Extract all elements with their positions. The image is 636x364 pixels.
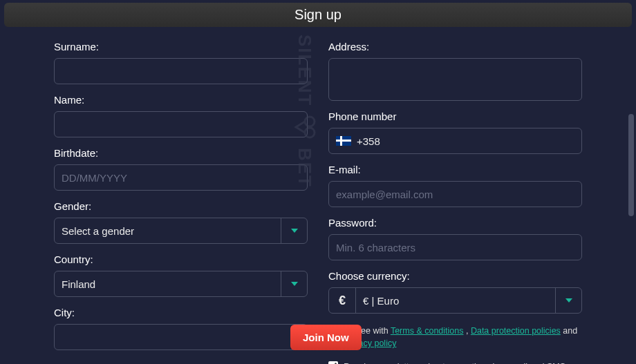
name-input[interactable] bbox=[54, 111, 308, 137]
page-title-text: Sign up bbox=[294, 7, 342, 22]
surname-label: Surname: bbox=[54, 41, 308, 52]
gender-dropdown-button[interactable] bbox=[281, 218, 307, 243]
currency-value: € | Euro bbox=[355, 288, 555, 313]
address-input[interactable] bbox=[328, 58, 582, 101]
newsletter-checkbox[interactable] bbox=[328, 361, 338, 364]
agree-terms-text: I agree with Terms & conditions , Data p… bbox=[344, 325, 582, 349]
newsletter-row[interactable]: Receive newsletters about promotions by … bbox=[328, 361, 582, 364]
country-value: Finland bbox=[55, 271, 281, 296]
flag-finland-icon bbox=[336, 136, 351, 146]
phone-input[interactable]: +358 bbox=[328, 128, 582, 154]
newsletter-text: Receive newsletters about promotions by … bbox=[344, 361, 565, 364]
agree-terms-row[interactable]: I agree with Terms & conditions , Data p… bbox=[328, 325, 582, 349]
scrollbar-track[interactable] bbox=[628, 11, 635, 353]
country-dropdown-button[interactable] bbox=[281, 271, 307, 296]
right-column: Address: Phone number +358 E-mail: Passw… bbox=[328, 35, 582, 364]
currency-select[interactable]: € € | Euro bbox=[328, 287, 582, 314]
city-input[interactable] bbox=[54, 324, 308, 350]
gender-label: Gender: bbox=[54, 200, 308, 212]
gender-value: Select a gender bbox=[55, 218, 281, 243]
birthdate-input[interactable] bbox=[54, 164, 308, 191]
terms-link[interactable]: Terms & conditions bbox=[391, 326, 464, 336]
birthdate-label: Birthdate: bbox=[54, 147, 308, 159]
currency-label: Choose currency: bbox=[328, 270, 582, 282]
email-label: E-mail: bbox=[328, 164, 582, 175]
password-label: Password: bbox=[328, 217, 582, 229]
chevron-down-icon bbox=[291, 282, 298, 286]
surname-input[interactable] bbox=[54, 58, 308, 84]
currency-symbol: € bbox=[329, 288, 355, 313]
data-protection-link[interactable]: Data protection policies bbox=[471, 326, 561, 336]
left-column: Surname: Name: Birthdate: Gender: Select… bbox=[54, 35, 308, 364]
chevron-down-icon bbox=[291, 229, 298, 233]
city-label: City: bbox=[54, 307, 308, 318]
country-label: Country: bbox=[54, 253, 308, 265]
email-input[interactable] bbox=[328, 181, 582, 207]
scrollbar-thumb[interactable] bbox=[628, 114, 634, 217]
address-label: Address: bbox=[328, 41, 582, 52]
name-label: Name: bbox=[54, 94, 308, 106]
country-select[interactable]: Finland bbox=[54, 271, 308, 297]
phone-prefix: +358 bbox=[357, 135, 380, 147]
gender-select[interactable]: Select a gender bbox=[54, 218, 308, 244]
join-now-button[interactable]: Join Now bbox=[290, 325, 362, 350]
phone-label: Phone number bbox=[328, 111, 582, 122]
password-input[interactable] bbox=[328, 234, 582, 260]
currency-dropdown-button[interactable] bbox=[555, 288, 581, 313]
chevron-down-icon bbox=[565, 298, 572, 303]
scrollbar[interactable] bbox=[628, 1, 635, 363]
page-title: Sign up bbox=[4, 3, 632, 27]
